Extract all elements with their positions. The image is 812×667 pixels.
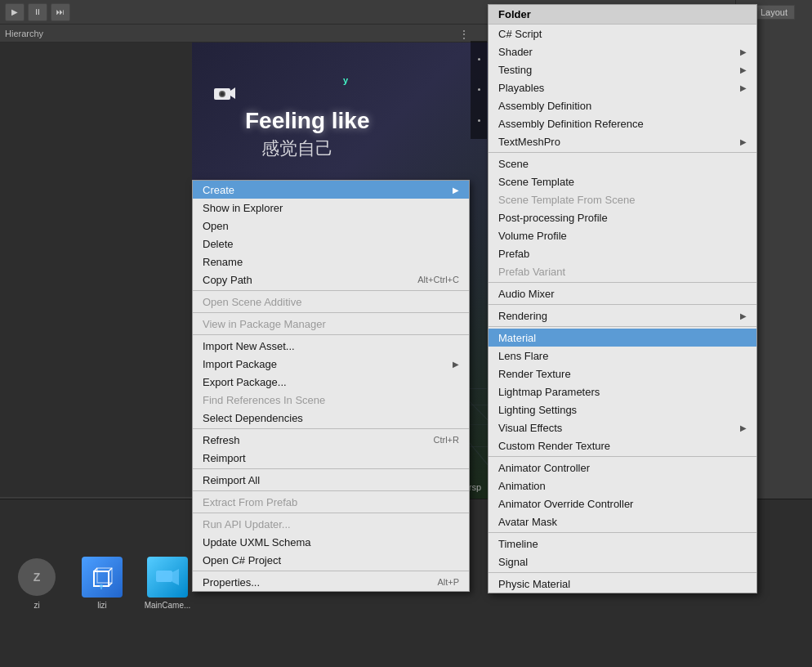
menu-item-label: Show in Explorer: [203, 202, 459, 214]
menu-item[interactable]: Physic Material: [489, 575, 756, 593]
menu-item-label: Avatar Mask: [498, 516, 747, 528]
menu-separator: [193, 571, 469, 571]
menu-item[interactable]: Reimport All: [193, 471, 469, 489]
menu-item[interactable]: C# Script: [489, 25, 756, 43]
menu-item[interactable]: Volume Profile: [489, 226, 756, 244]
menu-item-label: Playables: [498, 82, 740, 94]
menu-item[interactable]: Visual Effects▶: [489, 419, 756, 436]
menu-item[interactable]: Avatar Mask: [489, 513, 756, 530]
menu-item-label: Scene Template: [498, 176, 747, 188]
menu-item[interactable]: Render Texture: [489, 365, 756, 383]
step-button[interactable]: ⏭: [51, 3, 70, 21]
menu-item[interactable]: Rendering▶: [489, 307, 756, 325]
menu-item[interactable]: Properties...Alt+P: [193, 573, 469, 591]
menu-item[interactable]: Import Package▶: [193, 355, 469, 373]
menu-item[interactable]: Copy PathAlt+Ctrl+C: [193, 271, 469, 289]
left-hierarchy-panel: Hierarchy: [0, 25, 192, 497]
submenu-arrow-icon: ▶: [740, 65, 747, 74]
menu-item[interactable]: Lens Flare: [489, 347, 756, 365]
menu-item-shortcut: Alt+P: [437, 577, 459, 587]
menu-item[interactable]: Audio Mixer: [489, 284, 756, 302]
asset-cube2: [147, 557, 188, 598]
panel-title: Hierarchy: [5, 29, 43, 38]
menu-item-label: Copy Path: [203, 274, 401, 286]
menu-item[interactable]: Open: [193, 217, 469, 235]
menu-item[interactable]: Reimport: [193, 449, 469, 467]
list-item[interactable]: Z zi: [8, 555, 65, 612]
svg-marker-18: [172, 569, 179, 585]
menu-item[interactable]: Custom Render Texture: [489, 436, 756, 454]
menu-item[interactable]: Assembly Definition: [489, 96, 756, 114]
menu-item-label: Open C# Project: [203, 554, 459, 566]
layout-button[interactable]: Layout: [753, 5, 795, 20]
menu-item-label: Assembly Definition Reference: [498, 118, 747, 130]
svg-rect-17: [156, 571, 172, 582]
menu-item[interactable]: Signal: [489, 553, 756, 571]
svg-rect-10: [94, 571, 109, 586]
list-item[interactable]: MainCame...: [139, 555, 196, 612]
list-item[interactable]: lizi: [74, 555, 131, 612]
scene-text-en: Feeling like: [245, 108, 370, 134]
menu-item[interactable]: Export Package...: [193, 373, 469, 391]
menu-item-label: Scene: [498, 158, 747, 170]
menu-item-label: Render Texture: [498, 368, 747, 380]
menu-item[interactable]: Assembly Definition Reference: [489, 114, 756, 132]
menu-item[interactable]: Post-processing Profile: [489, 208, 756, 226]
menu-item-label: Audio Mixer: [498, 288, 747, 300]
menu-separator: [489, 326, 756, 327]
menu-item[interactable]: Lighting Settings: [489, 401, 756, 419]
menu-item[interactable]: Animator Controller: [489, 459, 756, 477]
menu-item-label: Import New Asset...: [203, 340, 459, 352]
menu-item[interactable]: RefreshCtrl+R: [193, 431, 469, 449]
menu-separator: [193, 334, 469, 335]
menu-item[interactable]: TextMeshPro▶: [489, 132, 756, 150]
svg-point-15: [100, 584, 103, 588]
menu-item-label: Create: [203, 184, 453, 196]
submenu-arrow-icon: ▶: [740, 47, 747, 56]
menu-item[interactable]: Show in Explorer: [193, 199, 469, 217]
menu-item-label: Rendering: [498, 310, 740, 322]
menu-item[interactable]: Animator Override Controller: [489, 495, 756, 513]
menu-item[interactable]: Import New Asset...: [193, 337, 469, 355]
menu-item[interactable]: Delete: [193, 235, 469, 253]
menu-item-folder[interactable]: Folder: [489, 5, 756, 25]
menu-item-label: Volume Profile: [498, 230, 747, 242]
menu-item[interactable]: Testing▶: [489, 60, 756, 78]
menu-item-label: Scene Template From Scene: [498, 194, 747, 206]
menu-item[interactable]: Open C# Project: [193, 551, 469, 569]
y-axis-label: y: [343, 75, 348, 85]
menu-item[interactable]: Prefab: [489, 244, 756, 262]
menu-item[interactable]: Playables▶: [489, 78, 756, 96]
side-dots: [471, 41, 487, 139]
menu-item[interactable]: Update UXML Schema: [193, 533, 469, 551]
menu-item[interactable]: Material: [489, 329, 756, 347]
menu-separator: [489, 282, 756, 283]
menu-item[interactable]: Timeline: [489, 535, 756, 553]
menu-item-label: Assembly Definition: [498, 100, 747, 112]
menu-item[interactable]: Select Dependencies: [193, 409, 469, 427]
menu-item: Extract From Prefab: [193, 493, 469, 511]
menu-separator: [489, 304, 756, 305]
more-options-icon[interactable]: ⋮: [458, 28, 470, 41]
menu-item[interactable]: Create▶: [193, 181, 469, 199]
menu-item-label: Post-processing Profile: [498, 212, 747, 224]
menu-item-label: Reimport: [203, 452, 459, 464]
svg-marker-1: [230, 87, 235, 99]
menu-item-label: Animator Controller: [498, 462, 747, 474]
menu-item-shortcut: Alt+Ctrl+C: [417, 275, 459, 284]
menu-item[interactable]: Scene: [489, 154, 756, 172]
menu-item[interactable]: Rename: [193, 253, 469, 271]
pause-button[interactable]: ⏸: [28, 3, 47, 21]
menu-item[interactable]: Shader▶: [489, 43, 756, 60]
menu-item[interactable]: Animation: [489, 477, 756, 495]
menu-item-label: Find References In Scene: [203, 394, 459, 406]
menu-item[interactable]: Lightmap Parameters: [489, 383, 756, 401]
menu-item-label: Lighting Settings: [498, 404, 747, 416]
menu-item-label: Update UXML Schema: [203, 536, 459, 548]
menu-item-label: Properties...: [203, 576, 421, 589]
menu-item-label: Export Package...: [203, 376, 459, 388]
menu-item-label: Timeline: [498, 538, 747, 550]
menu-separator: [489, 152, 756, 153]
play-button[interactable]: ▶: [5, 3, 25, 21]
menu-item[interactable]: Scene Template: [489, 172, 756, 190]
